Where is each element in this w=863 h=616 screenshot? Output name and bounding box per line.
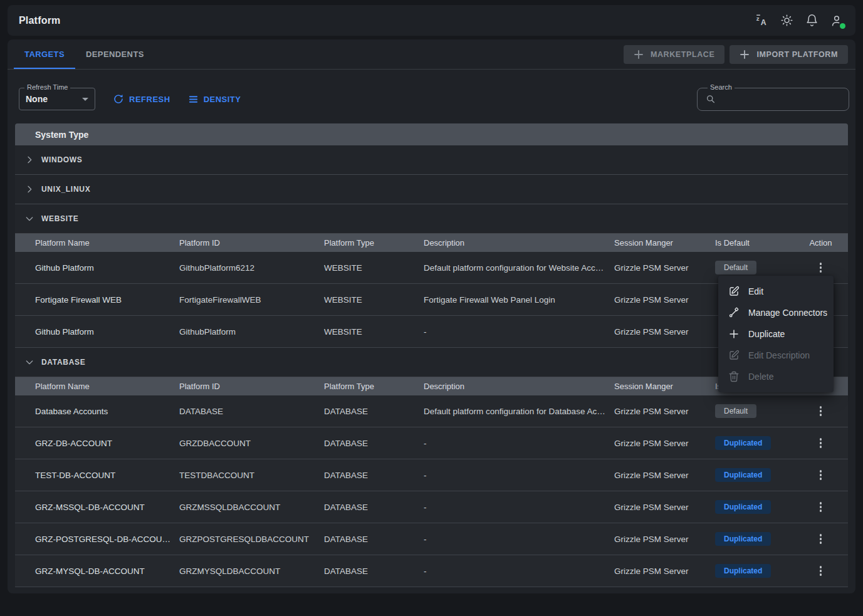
- refresh-time-value: None: [26, 94, 48, 104]
- cell-description: Default platform configuration for Websi…: [424, 263, 614, 273]
- cell-description: -: [424, 439, 614, 448]
- refresh-icon: [113, 93, 124, 105]
- refresh-button[interactable]: REFRESH: [113, 93, 170, 105]
- status-badge: Duplicated: [715, 500, 771, 514]
- header-actions: MARKETPLACE IMPORT PLATFORM: [624, 39, 849, 69]
- table-row: Database AccountsDATABASEDATABASEDefault…: [15, 395, 848, 427]
- menu-item-label: Duplicate: [748, 329, 785, 339]
- cell-platform-name: GRZ-DB-ACCOUNT: [15, 439, 179, 448]
- translate-icon[interactable]: z A: [754, 13, 769, 28]
- column-header: Platform Type: [324, 238, 424, 248]
- row-actions-kebab-icon[interactable]: [813, 467, 829, 483]
- page-title: Platform: [19, 15, 61, 26]
- cell-platform-name: GRZ-POSTGRESQL-DB-ACCOUNT: [15, 535, 179, 544]
- menu-item-label: Edit: [748, 286, 763, 296]
- brightness-icon[interactable]: [779, 13, 794, 28]
- cell-is-default: Default: [715, 261, 793, 274]
- tab-dependents[interactable]: DEPENDENTS: [75, 39, 155, 69]
- group-label: WINDOWS: [41, 155, 83, 164]
- cell-platform-id: GithubPlatform6212: [179, 263, 324, 273]
- table-row: GRZ-POSTGRESQL-DB-ACCOUNTGRZPOSTGRESQLDB…: [15, 523, 848, 555]
- account-icon[interactable]: [829, 13, 844, 28]
- cell-platform-name: GRZ-MSSQL-DB-ACCOUNT: [15, 503, 179, 512]
- header-icon-group: z A: [754, 13, 844, 28]
- cell-is-default: Duplicated: [715, 468, 793, 482]
- cell-action: [793, 499, 848, 514]
- cell-platform-name: Fortigate Firewall WEB: [15, 295, 179, 305]
- chevron-right-icon: [24, 154, 35, 165]
- density-button-label: DENSITY: [204, 95, 241, 104]
- cell-description: -: [424, 471, 614, 480]
- chevron-down-icon: [82, 98, 88, 101]
- row-actions-kebab-icon[interactable]: [813, 260, 829, 275]
- density-icon: [188, 94, 199, 105]
- chevron-right-icon: [24, 184, 35, 195]
- column-header: Platform ID: [179, 382, 324, 391]
- marketplace-button[interactable]: MARKETPLACE: [624, 45, 724, 64]
- cell-platform-type: WEBSITE: [324, 263, 424, 273]
- notifications-icon[interactable]: [804, 13, 819, 28]
- tab-targets[interactable]: TARGETS: [14, 39, 75, 69]
- cell-description: -: [424, 327, 614, 337]
- cell-session-manager: Grizzle PSM Server: [614, 263, 715, 273]
- table-row: TEST-DB-ACCOUNTTESTDBACCOUNTDATABASE-Gri…: [15, 459, 848, 491]
- cell-session-manager: Grizzle PSM Server: [614, 295, 715, 305]
- cell-session-manager: Grizzle PSM Server: [614, 439, 715, 448]
- cell-action: [793, 563, 848, 578]
- cell-platform-id: GRZDBACCOUNT: [179, 439, 324, 448]
- cell-platform-id: TESTDBACCOUNT: [179, 471, 324, 480]
- menu-item-duplicate[interactable]: Duplicate: [718, 323, 834, 345]
- chevron-down-icon: [24, 213, 35, 224]
- cell-platform-type: DATABASE: [324, 566, 424, 576]
- cell-is-default: Duplicated: [715, 564, 793, 578]
- search-input[interactable]: [721, 94, 841, 104]
- cell-platform-type: DATABASE: [324, 471, 424, 480]
- column-header: Platform ID: [179, 238, 324, 248]
- cell-platform-type: DATABASE: [324, 535, 424, 544]
- cell-action: [793, 436, 848, 451]
- group-row-unix-linux[interactable]: UNIX_LINUX: [15, 175, 848, 204]
- cell-is-default: Duplicated: [715, 436, 793, 450]
- column-header: Session Manger: [614, 382, 715, 391]
- column-header: Action: [793, 238, 848, 248]
- menu-item-label: Delete: [748, 372, 773, 382]
- row-actions-kebab-icon[interactable]: [813, 404, 829, 419]
- cell-is-default: Duplicated: [715, 532, 793, 546]
- refresh-button-label: REFRESH: [129, 95, 170, 104]
- cell-action: [793, 404, 848, 419]
- app-header: Platform z A: [8, 5, 855, 36]
- cell-session-manager: Grizzle PSM Server: [614, 327, 715, 337]
- menu-item-edit[interactable]: Edit: [718, 281, 834, 302]
- search-field[interactable]: Search: [697, 88, 849, 111]
- column-header: Description: [424, 238, 614, 248]
- cell-platform-type: WEBSITE: [324, 327, 424, 337]
- status-badge: Default: [715, 404, 756, 418]
- group-row-website[interactable]: WEBSITE: [15, 204, 848, 234]
- cell-platform-id: GRZMSSQLDBACCOUNT: [179, 503, 324, 512]
- cell-description: -: [424, 566, 614, 576]
- group-row-windows[interactable]: WINDOWS: [15, 145, 848, 175]
- cell-description: Fortigate Firewall Web Panel Login: [424, 295, 614, 305]
- density-button[interactable]: DENSITY: [188, 94, 241, 105]
- column-header: Session Manger: [614, 238, 715, 248]
- menu-item-label: Edit Description: [748, 350, 810, 360]
- column-header: Platform Type: [324, 382, 424, 391]
- table-row: GRZ-DB-ACCOUNTGRZDBACCOUNTDATABASE-Grizz…: [15, 427, 848, 459]
- menu-item-manage-connectors[interactable]: Manage Connectors: [718, 302, 834, 323]
- search-label: Search: [708, 83, 735, 91]
- status-badge: Duplicated: [715, 564, 771, 578]
- status-badge: Duplicated: [715, 468, 771, 482]
- row-actions-kebab-icon[interactable]: [813, 436, 829, 451]
- plus-icon: [634, 50, 644, 60]
- cell-platform-name: Github Platform: [15, 263, 179, 273]
- row-actions-kebab-icon[interactable]: [813, 531, 829, 546]
- row-actions-kebab-icon[interactable]: [813, 499, 829, 514]
- import-platform-button[interactable]: IMPORT PLATFORM: [730, 45, 848, 64]
- refresh-time-select[interactable]: Refresh Time None: [19, 88, 95, 110]
- refresh-time-label: Refresh Time: [24, 83, 70, 91]
- status-badge: Duplicated: [715, 436, 771, 450]
- cell-platform-name: Database Accounts: [15, 407, 179, 416]
- row-actions-kebab-icon[interactable]: [813, 563, 829, 578]
- cell-action: [793, 531, 848, 546]
- cell-is-default: Duplicated: [715, 500, 793, 514]
